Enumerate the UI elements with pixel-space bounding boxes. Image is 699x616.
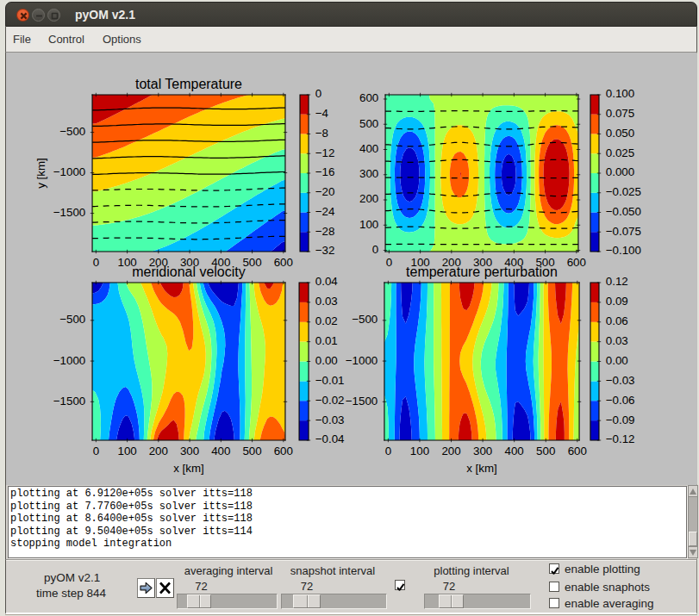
svg-text:−0.075: −0.075 (606, 225, 641, 238)
svg-text:200: 200 (359, 192, 378, 205)
svg-text:0: 0 (315, 87, 321, 100)
svg-text:−500: −500 (59, 313, 85, 326)
svg-text:temperature perturbation: temperature perturbation (406, 264, 558, 279)
svg-text:100: 100 (410, 445, 429, 457)
svg-text:600: 600 (274, 445, 293, 457)
svg-text:0.00: 0.00 (606, 354, 628, 367)
svg-text:0.03: 0.03 (315, 295, 338, 308)
svg-text:100: 100 (359, 218, 378, 231)
svg-text:300: 300 (180, 445, 199, 457)
svg-text:0.050: 0.050 (606, 127, 634, 140)
svg-text:−4: −4 (315, 107, 329, 120)
svg-text:500: 500 (536, 445, 555, 457)
svg-text:−0.01: −0.01 (315, 374, 345, 387)
svg-text:−1500: −1500 (346, 395, 378, 408)
svg-text:0.100: 0.100 (606, 87, 634, 100)
svg-text:−32: −32 (315, 244, 335, 257)
svg-text:−0.04: −0.04 (315, 432, 345, 445)
svg-text:−0.03: −0.03 (315, 414, 345, 426)
svg-text:0: 0 (386, 256, 392, 269)
svg-text:−0.12: −0.12 (606, 432, 635, 445)
svg-text:−8: −8 (315, 127, 328, 140)
svg-text:−20: −20 (315, 185, 335, 198)
svg-text:0: 0 (385, 445, 391, 457)
svg-text:0.09: 0.09 (606, 295, 628, 308)
svg-text:−12: −12 (315, 146, 335, 159)
svg-text:−0.03: −0.03 (606, 374, 635, 387)
svg-text:500: 500 (242, 256, 261, 269)
svg-text:400: 400 (359, 142, 378, 155)
svg-text:200: 200 (149, 445, 168, 457)
svg-text:0.03: 0.03 (606, 334, 628, 347)
svg-text:600: 600 (359, 91, 378, 104)
svg-text:0.00: 0.00 (315, 354, 338, 367)
svg-text:0.02: 0.02 (315, 314, 338, 327)
svg-text:0: 0 (93, 256, 99, 269)
svg-text:x [km]: x [km] (173, 462, 204, 475)
svg-text:y [km]: y [km] (34, 158, 47, 189)
svg-text:100: 100 (117, 445, 136, 457)
svg-text:−1000: −1000 (53, 354, 85, 367)
svg-text:600: 600 (568, 445, 587, 457)
svg-text:400: 400 (211, 445, 230, 457)
svg-text:−0.02: −0.02 (315, 394, 345, 407)
svg-text:300: 300 (359, 167, 378, 180)
svg-text:0: 0 (372, 243, 378, 256)
svg-text:500: 500 (359, 117, 378, 130)
svg-text:−1000: −1000 (53, 165, 85, 178)
svg-text:total Temperature: total Temperature (135, 77, 242, 91)
svg-text:−0.06: −0.06 (606, 394, 635, 407)
svg-text:x [km]: x [km] (466, 462, 497, 475)
svg-text:0.04: 0.04 (315, 275, 339, 288)
svg-text:−500: −500 (59, 125, 85, 138)
svg-text:−1000: −1000 (346, 354, 378, 367)
svg-text:−500: −500 (352, 313, 378, 326)
svg-text:0.01: 0.01 (315, 334, 338, 347)
svg-text:600: 600 (567, 256, 586, 269)
svg-text:−0.100: −0.100 (606, 244, 641, 257)
svg-text:0.06: 0.06 (606, 314, 628, 327)
svg-text:0.000: 0.000 (606, 165, 634, 178)
svg-text:−0.09: −0.09 (606, 414, 635, 426)
svg-text:−24: −24 (315, 205, 335, 218)
svg-text:0.12: 0.12 (606, 275, 628, 288)
svg-text:500: 500 (242, 445, 261, 457)
svg-text:−0.050: −0.050 (606, 205, 641, 218)
svg-text:0.075: 0.075 (606, 107, 634, 120)
svg-text:600: 600 (274, 256, 293, 269)
svg-text:0: 0 (93, 445, 99, 457)
svg-text:400: 400 (505, 445, 524, 457)
svg-text:−1500: −1500 (53, 206, 85, 219)
svg-text:−16: −16 (315, 165, 335, 178)
svg-text:−1500: −1500 (53, 395, 85, 408)
svg-text:200: 200 (441, 445, 460, 457)
svg-text:−0.025: −0.025 (606, 185, 641, 198)
svg-text:300: 300 (473, 445, 492, 457)
svg-text:−28: −28 (315, 225, 335, 238)
svg-text:0.025: 0.025 (606, 146, 634, 159)
svg-text:meridional velocity: meridional velocity (132, 264, 245, 279)
